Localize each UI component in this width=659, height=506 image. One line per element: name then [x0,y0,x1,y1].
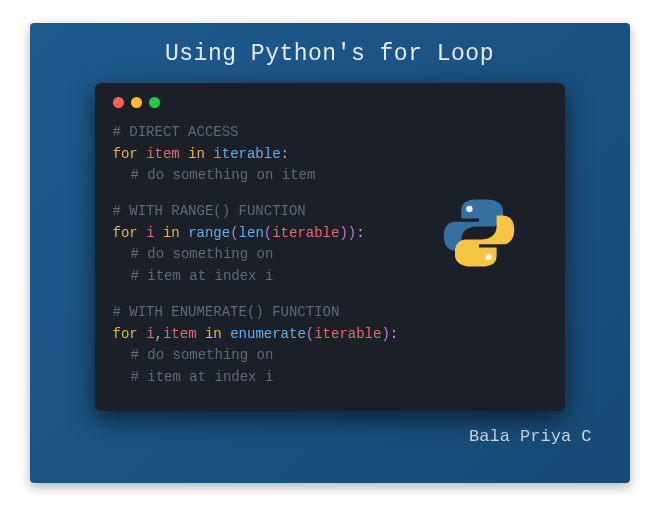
code-window: # DIRECT ACCESS for item in iterable: # … [95,83,565,411]
code-line: for item in iterable: [113,144,547,166]
svg-point-1 [485,254,491,260]
svg-point-0 [466,206,472,212]
slide-title: Using Python's for Loop [165,41,494,67]
code-comment: # do something on [113,345,547,367]
code-line: for i,item in enumerate(iterable): [113,324,547,346]
author-credit: Bala Priya C [469,427,591,446]
maximize-icon [149,97,160,108]
code-comment: # item at index i [113,367,547,389]
code-comment: # do something on item [113,165,547,187]
slide-card: Using Python's for Loop # DIRECT ACCESS … [30,23,630,483]
python-logo-icon [439,193,519,273]
code-comment: # DIRECT ACCESS [113,122,547,144]
close-icon [113,97,124,108]
code-comment: # WITH ENUMERATE() FUNCTION [113,302,547,324]
window-controls [113,97,547,108]
minimize-icon [131,97,142,108]
